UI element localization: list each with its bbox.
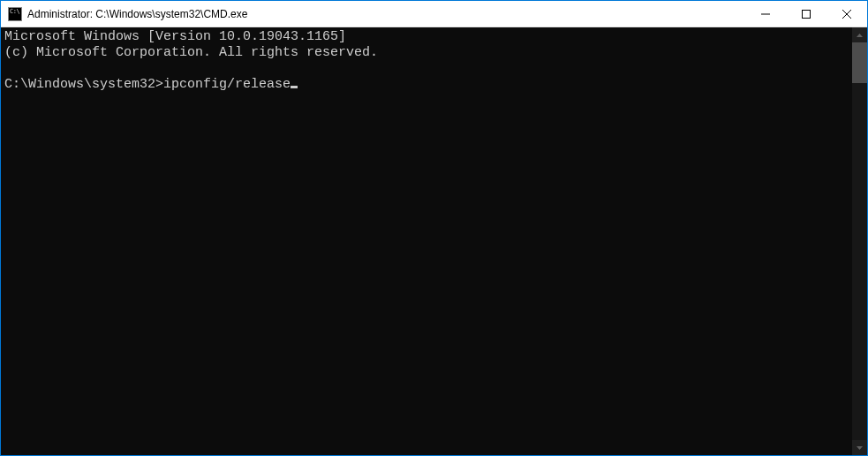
window-title: Administrator: C:\Windows\system32\CMD.e… [27,8,247,20]
terminal-container: Microsoft Windows [Version 10.0.19043.11… [1,27,867,455]
terminal-command: ipconfig/release [163,77,291,92]
scroll-up-button[interactable] [852,27,867,42]
scrollbar[interactable] [852,27,867,455]
terminal-line: (c) Microsoft Corporation. All rights re… [4,45,378,60]
maximize-icon [802,10,811,19]
terminal-line: Microsoft Windows [Version 10.0.19043.11… [4,29,346,44]
minimize-button[interactable] [745,1,786,27]
terminal[interactable]: Microsoft Windows [Version 10.0.19043.11… [1,27,852,455]
chevron-down-icon [857,446,863,450]
close-icon [842,10,851,19]
scroll-track[interactable] [852,42,867,440]
cmd-icon: C:\ [8,7,22,21]
terminal-prompt: C:\Windows\system32> [4,77,163,92]
scroll-down-button[interactable] [852,440,867,455]
minimize-icon [761,10,770,19]
window-controls [745,1,867,27]
cursor [291,86,298,88]
maximize-button[interactable] [786,1,826,27]
titlebar[interactable]: C:\ Administrator: C:\Windows\system32\C… [1,1,867,27]
svg-marker-5 [857,446,863,450]
svg-rect-1 [803,10,811,18]
chevron-up-icon [857,34,863,37]
svg-marker-4 [857,34,863,37]
close-button[interactable] [826,1,867,27]
scroll-thumb[interactable] [852,42,867,83]
cmd-window: C:\ Administrator: C:\Windows\system32\C… [1,1,867,455]
